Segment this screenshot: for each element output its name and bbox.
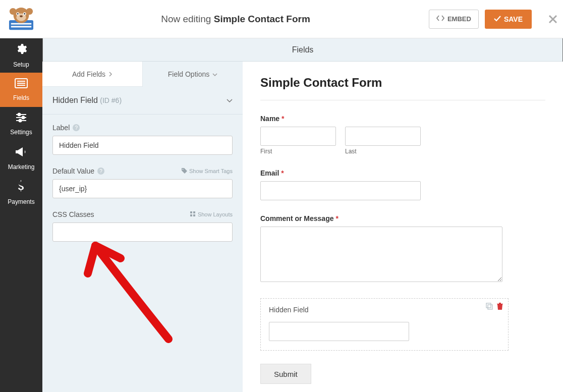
list-icon <box>15 78 28 91</box>
gear-icon <box>15 43 27 58</box>
name-field: Name * First Last <box>260 115 545 155</box>
dollar-icon <box>17 180 25 195</box>
comment-textarea[interactable] <box>260 227 502 282</box>
preview-wrap: Simple Contact Form Name * First Last <box>243 62 563 392</box>
check-icon <box>494 15 501 23</box>
nav-marketing[interactable]: Marketing <box>0 141 42 176</box>
save-label: SAVE <box>504 15 523 23</box>
form-preview: Simple Contact Form Name * First Last <box>243 62 563 392</box>
editing-prefix: Now editing <box>161 14 214 24</box>
divider <box>260 100 545 100</box>
grid-icon <box>190 211 196 218</box>
svg-point-11 <box>20 15 23 17</box>
columns: Add Fields Field Options Hidden Field (I… <box>42 62 563 392</box>
default-value-label: Default Value ? <box>52 167 104 175</box>
first-name-input[interactable] <box>260 127 336 146</box>
save-button[interactable]: SAVE <box>485 10 532 29</box>
email-label: Email * <box>260 169 545 177</box>
hidden-field-input[interactable] <box>269 322 409 341</box>
svg-point-5 <box>26 8 33 14</box>
last-name-input[interactable] <box>345 127 421 146</box>
trash-icon[interactable] <box>497 303 503 312</box>
svg-rect-24 <box>190 214 192 216</box>
sliders-icon <box>15 113 27 126</box>
svg-point-17 <box>18 114 21 116</box>
editing-title: Now editing Simple Contact Form <box>42 14 429 25</box>
label-label: Label ? <box>52 124 233 132</box>
header-buttons: EMBED SAVE <box>429 10 532 29</box>
editing-form-name: Simple Contact Form <box>214 14 310 24</box>
first-sublabel: First <box>260 148 336 155</box>
css-classes-label: CSS Classes <box>52 210 94 218</box>
css-classes-input[interactable] <box>52 222 233 242</box>
svg-point-19 <box>22 117 25 119</box>
required-mark: * <box>335 214 338 222</box>
svg-point-8 <box>17 13 19 14</box>
tab-field-options[interactable]: Field Options <box>143 62 243 87</box>
tag-icon <box>182 168 187 175</box>
label-section: Label ? <box>42 115 243 158</box>
field-options-panel: Add Fields Field Options Hidden Field (I… <box>42 62 243 392</box>
close-button[interactable] <box>543 15 563 24</box>
panel-tabs: Add Fields Field Options <box>42 62 243 87</box>
svg-rect-23 <box>193 211 195 213</box>
show-smart-tags-link[interactable]: Show Smart Tags <box>182 168 233 175</box>
nav-settings[interactable]: Settings <box>0 107 42 141</box>
app-logo <box>0 0 42 38</box>
nav-payments-label: Payments <box>8 198 34 205</box>
help-icon[interactable]: ? <box>97 167 104 175</box>
main-area: Fields Add Fields Field Options <box>42 38 563 392</box>
submit-button[interactable]: Submit <box>260 364 311 384</box>
default-value-input[interactable] <box>52 179 233 198</box>
left-nav: Setup Fields Settings Marketing Payments <box>0 38 42 392</box>
code-icon <box>436 15 444 23</box>
last-sublabel: Last <box>345 148 421 155</box>
nav-marketing-label: Marketing <box>8 163 35 171</box>
label-input[interactable] <box>52 136 233 155</box>
nav-fields[interactable]: Fields <box>0 73 42 107</box>
top-header: Now editing Simple Contact Form EMBED SA… <box>0 0 563 38</box>
svg-point-21 <box>19 120 22 122</box>
chevron-down-icon <box>212 70 217 78</box>
embed-label: EMBED <box>447 15 471 23</box>
nav-setup[interactable]: Setup <box>0 38 42 73</box>
duplicate-icon[interactable] <box>486 303 493 312</box>
nav-setup-label: Setup <box>13 61 29 68</box>
field-header[interactable]: Hidden Field (ID #6) <box>42 87 243 115</box>
field-id: (ID #6) <box>100 96 122 104</box>
required-mark: * <box>281 169 284 177</box>
form-title: Simple Contact Form <box>260 76 545 90</box>
nav-settings-label: Settings <box>10 129 32 136</box>
megaphone-icon <box>15 146 28 160</box>
default-value-section: Default Value ? Show Smart Tags <box>42 158 243 201</box>
svg-point-4 <box>10 8 16 14</box>
svg-rect-2 <box>11 26 31 27</box>
svg-rect-26 <box>486 303 491 308</box>
email-field: Email * <box>260 169 545 200</box>
nav-fields-label: Fields <box>13 94 29 101</box>
name-label: Name * <box>260 115 545 123</box>
nav-payments[interactable]: Payments <box>0 176 42 210</box>
chevron-down-icon <box>227 96 233 105</box>
email-input[interactable] <box>260 181 421 200</box>
css-classes-section: CSS Classes Show Layouts <box>42 201 243 245</box>
show-layouts-link[interactable]: Show Layouts <box>190 211 233 218</box>
comment-label: Comment or Message * <box>260 214 545 222</box>
svg-rect-1 <box>11 23 31 24</box>
tab-add-fields-label: Add Fields <box>72 70 105 78</box>
hidden-field-block[interactable]: Hidden Field <box>260 298 509 351</box>
hidden-field-label: Hidden Field <box>269 306 500 314</box>
tab-field-options-label: Field Options <box>168 70 209 78</box>
fields-titlebar: Fields <box>43 38 562 62</box>
comment-field: Comment or Message * <box>260 214 545 284</box>
embed-button[interactable]: EMBED <box>429 10 479 29</box>
tab-add-fields[interactable]: Add Fields <box>42 62 143 87</box>
svg-rect-22 <box>190 211 192 213</box>
annotation-arrow <box>73 228 204 359</box>
svg-point-10 <box>24 13 25 14</box>
svg-rect-27 <box>488 305 492 309</box>
help-icon[interactable]: ? <box>73 124 80 131</box>
field-header-title: Hidden Field (ID #6) <box>52 96 122 105</box>
chevron-right-icon <box>108 70 112 78</box>
svg-rect-25 <box>193 214 195 216</box>
